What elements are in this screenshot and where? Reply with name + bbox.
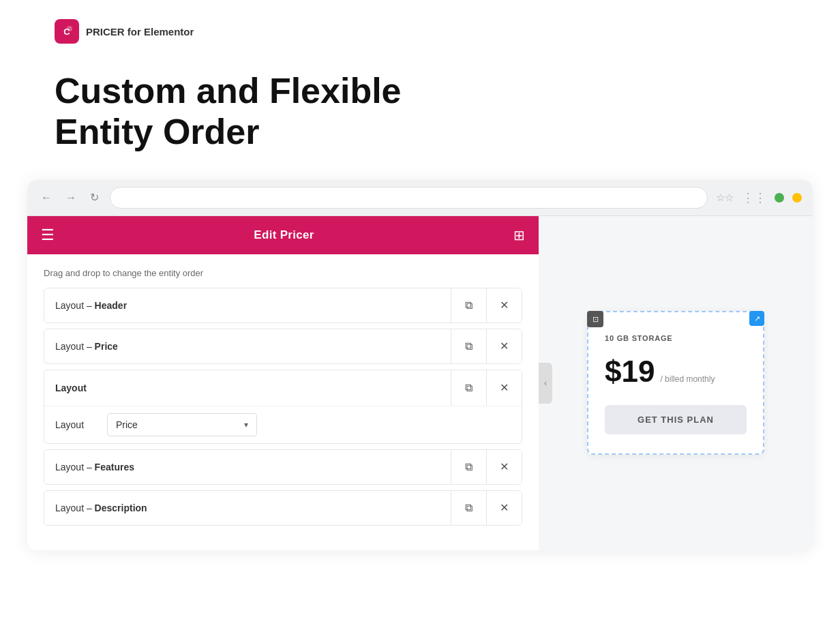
main-heading: Custom and Flexible Entity Order [0, 55, 840, 180]
top-bar: C PRICER for Elementor [0, 0, 840, 55]
address-bar[interactable] [110, 187, 708, 209]
entity-row-layout-dropdown: Layout ⧉ ✕ Layout Price ▾ [44, 370, 522, 444]
entity-row-layout-label: Layout [44, 382, 451, 393]
browser-toolbar: ☆ ⋮ [27, 180, 813, 216]
close-icon: ✕ [500, 501, 509, 514]
entity-row-features-label: Layout – Features [44, 462, 451, 472]
resize-handle-tr[interactable]: ↗ [749, 311, 764, 326]
copy-icon: ⧉ [465, 461, 472, 473]
entity-row-layout-top: Layout ⧉ ✕ [44, 370, 522, 406]
entity-row-header: Layout – Header ⧉ ✕ [44, 288, 522, 323]
forward-icon [65, 192, 76, 203]
page-title: Custom and Flexible Entity Order [55, 71, 785, 153]
editor-title: Edit Pricer [254, 228, 314, 242]
svg-point-2 [67, 26, 72, 31]
brand-logo-icon: C [55, 19, 79, 44]
menu-icon[interactable]: ☰ [41, 226, 55, 244]
layout-dropdown-label: Layout [55, 419, 96, 430]
entity-row-price-label: Layout – Price [44, 341, 451, 352]
back-icon [41, 192, 52, 203]
forward-button[interactable] [63, 190, 79, 205]
card-billing: / billed monthly [660, 374, 715, 384]
copy-layout-button[interactable]: ⧉ [451, 370, 486, 406]
chevron-left-icon: ‹ [544, 378, 547, 388]
resize-icon: ⊡ [592, 315, 599, 324]
pricing-card: ⊡ ↗ 10 GB STORAGE $19 / billed monthly G… [587, 311, 764, 455]
copy-features-button[interactable]: ⧉ [451, 449, 486, 485]
entity-row-layout-bottom: Layout Price ▾ [44, 406, 522, 443]
close-icon: ✕ [500, 460, 509, 473]
copy-icon: ⧉ [465, 382, 472, 394]
copy-icon: ⧉ [465, 340, 472, 352]
entity-row-header-label: Layout – Header [44, 300, 451, 311]
editor-header: ☰ Edit Pricer ⊞ [27, 216, 539, 254]
remove-description-button[interactable]: ✕ [486, 490, 522, 526]
close-icon: ✕ [500, 340, 509, 352]
browser-content: ☰ Edit Pricer ⊞ Drag and drop to change … [27, 216, 813, 550]
resize-handle-tl[interactable]: ⊡ [587, 311, 603, 327]
get-this-plan-button[interactable]: GET THIS PLAN [605, 405, 747, 434]
copy-description-button[interactable]: ⧉ [451, 490, 486, 526]
entity-row-description: Layout – Description ⧉ ✕ [44, 490, 522, 526]
card-price-row: $19 / billed monthly [605, 355, 747, 389]
logo-wrap: C PRICER for Elementor [55, 19, 194, 44]
card-storage-label: 10 GB STORAGE [605, 334, 747, 342]
refresh-icon [90, 192, 99, 203]
card-price: $19 [605, 355, 655, 389]
star-icon: ☆ [716, 192, 734, 204]
dot-yellow [792, 193, 802, 202]
remove-layout-button[interactable]: ✕ [486, 370, 522, 406]
entity-row-description-label: Layout – Description [44, 502, 451, 513]
dot-green [775, 193, 784, 202]
chevron-down-icon: ▾ [244, 420, 248, 430]
entity-row-price: Layout – Price ⧉ ✕ [44, 329, 522, 364]
arrow-diag-icon: ↗ [754, 314, 760, 323]
collapse-handle[interactable]: ‹ [539, 363, 552, 404]
close-icon: ✕ [500, 299, 509, 312]
remove-features-button[interactable]: ✕ [486, 449, 522, 485]
back-button[interactable] [38, 190, 55, 205]
copy-header-button[interactable]: ⧉ [451, 288, 486, 323]
entity-row-features: Layout – Features ⧉ ✕ [44, 449, 522, 485]
more-options-icon: ⋮ [742, 190, 766, 205]
copy-icon: ⧉ [465, 502, 472, 514]
editor-panel: ☰ Edit Pricer ⊞ Drag and drop to change … [27, 216, 539, 550]
refresh-button[interactable] [87, 190, 102, 205]
grid-icon[interactable]: ⊞ [513, 227, 525, 243]
brand-name: PRICER for Elementor [86, 26, 194, 38]
browser-mockup: ☆ ⋮ ☰ Edit Pricer ⊞ Drag and drop to cha… [27, 180, 813, 550]
copy-price-button[interactable]: ⧉ [451, 329, 486, 364]
remove-price-button[interactable]: ✕ [486, 329, 522, 364]
close-icon: ✕ [500, 381, 509, 394]
preview-panel: ‹ ⊡ ↗ 10 GB STORAGE $19 / billed monthly… [539, 216, 813, 550]
dropdown-value: Price [116, 419, 138, 430]
editor-body: Drag and drop to change the entity order… [27, 254, 539, 550]
copy-icon: ⧉ [465, 299, 472, 312]
layout-type-dropdown[interactable]: Price ▾ [107, 413, 257, 436]
editor-hint: Drag and drop to change the entity order [44, 268, 522, 278]
remove-header-button[interactable]: ✕ [486, 288, 522, 323]
